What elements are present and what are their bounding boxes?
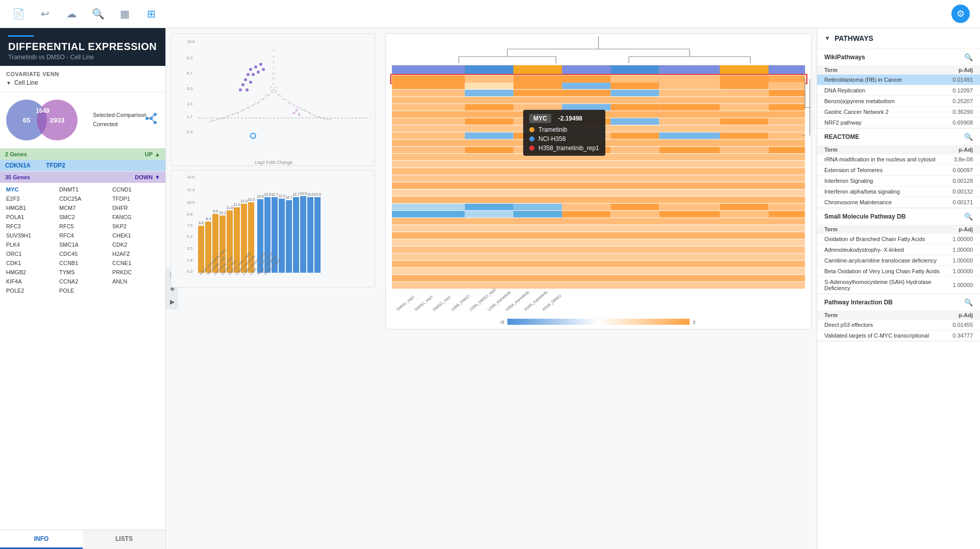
svg-rect-201 <box>392 111 805 117</box>
gene-cell[interactable]: ORC1 <box>3 249 56 258</box>
pathway-row[interactable]: Chromosome Maintenance 0.00171 <box>817 197 980 208</box>
pathway-row[interactable]: Direct p53 effectors 0.01455 <box>817 320 980 330</box>
search-zoom-icon[interactable]: 🔍 <box>90 6 106 22</box>
svg-text:5.3: 5.3 <box>187 234 193 239</box>
svg-point-79 <box>249 68 252 71</box>
gene-cell[interactable]: TFDP1 <box>109 194 162 203</box>
svg-text:12.7: 12.7 <box>271 193 278 196</box>
gene-cell[interactable]: DHFR <box>109 203 162 212</box>
gene-cell[interactable]: RFC5 <box>56 222 109 231</box>
svg-point-86 <box>244 78 247 81</box>
gene-cell[interactable]: DNMT1 <box>56 185 109 194</box>
gene-cell[interactable]: CCNB1 <box>56 258 109 268</box>
svg-point-37 <box>308 112 310 114</box>
gene-cell[interactable]: H2AFZ <box>109 249 162 258</box>
gene-cell[interactable]: RFC3 <box>3 222 56 231</box>
gene-cell[interactable] <box>109 286 162 295</box>
venn-diagram: 65 2933 1649 <box>6 97 88 143</box>
gene-cell[interactable]: FANCG <box>109 212 162 222</box>
pathway-row[interactable]: Interferon alpha/beta signaling 0.00132 <box>817 186 980 197</box>
gene-cell[interactable]: PLK4 <box>3 240 56 249</box>
gene-cell[interactable]: CDK2 <box>109 240 162 249</box>
svg-point-80 <box>252 73 255 76</box>
cloud-upload-icon[interactable]: ☁ <box>63 6 80 22</box>
svg-text:-5: -5 <box>500 320 505 325</box>
pathway-row[interactable]: NRF2 pathway 0.69908 <box>817 117 980 128</box>
gene-cell[interactable]: MCM7 <box>56 203 109 212</box>
pathway-row[interactable]: Beta Oxidation of Very Long Chain Fatty … <box>817 266 980 277</box>
svg-point-26 <box>252 104 254 106</box>
gene-cell[interactable]: POLE <box>56 286 109 295</box>
pathway-row[interactable]: Adrenoleukodystrophy- X-linked 1.00000 <box>817 245 980 255</box>
svg-point-46 <box>230 115 231 116</box>
gene-cell[interactable]: CDC25A <box>56 194 109 203</box>
svg-rect-170 <box>513 76 562 83</box>
gene-cell[interactable]: MYC <box>3 185 56 194</box>
pathway-row[interactable]: Extension of Telomeres 0.00097 <box>817 165 980 176</box>
pathway-row[interactable]: S-Adenosylhomocysteine (SAH) Hydrolase D… <box>817 277 980 294</box>
pathways-toggle[interactable]: ▼ <box>824 35 830 42</box>
reactome-search-icon[interactable]: 🔍 <box>964 133 973 141</box>
gene-cell[interactable]: CCNE1 <box>109 258 162 268</box>
venn-right-circle[interactable]: 2933 <box>37 100 78 140</box>
gene-cell[interactable]: KIF4A <box>3 277 56 286</box>
gene-cell[interactable]: POLA1 <box>3 212 56 222</box>
svg-point-55 <box>276 90 277 92</box>
pathway-row[interactable]: Benzo(a)pyrene metabolism 0.25207 <box>817 96 980 107</box>
gene-cell[interactable]: SUV39H1 <box>3 231 56 240</box>
wiki-search-icon[interactable]: 🔍 <box>964 53 973 61</box>
gene-cell[interactable]: SMC2 <box>56 212 109 222</box>
pidb-search-icon[interactable]: 🔍 <box>964 298 973 306</box>
gene-cell[interactable]: PRKDC <box>109 268 162 277</box>
svg-text:0.0: 0.0 <box>187 269 193 274</box>
smpdb-search-icon[interactable]: 🔍 <box>964 212 973 221</box>
svg-text:12.7: 12.7 <box>285 196 292 199</box>
svg-text:1.7: 1.7 <box>187 114 193 119</box>
settings-icon[interactable]: ⚙ <box>951 5 970 23</box>
gene-cell[interactable]: SKP2 <box>109 222 162 231</box>
gene-cell[interactable]: SMC1A <box>56 240 109 249</box>
svg-point-35 <box>298 107 300 109</box>
gene-cell[interactable]: CCND1 <box>109 185 162 194</box>
pathway-row[interactable]: rRNA modification in the nucleus and cyt… <box>817 154 980 165</box>
gene-cell[interactable]: CDC45 <box>56 249 109 258</box>
pathway-row[interactable]: Oxidation of Branched Chain Fatty Acids … <box>817 234 980 245</box>
pathway-row[interactable]: Carnitine-acylcarnitine translocase defi… <box>817 255 980 266</box>
svg-point-47 <box>235 113 236 114</box>
pathway-row[interactable]: Validated targets of C-MYC transcription… <box>817 330 980 341</box>
smpdb-section-header: Small Molecule Pathway DB 🔍 <box>817 208 980 225</box>
svg-line-5 <box>151 114 155 118</box>
file-icon[interactable]: 📄 <box>10 6 27 22</box>
grid-icon[interactable]: ⊞ <box>143 6 159 22</box>
gene-cell[interactable]: CHEK1 <box>109 231 162 240</box>
svg-point-83 <box>259 63 262 66</box>
gene-cell[interactable]: TYMS <box>56 268 109 277</box>
gene-cell[interactable]: CDK1 <box>3 258 56 268</box>
gene-cell[interactable]: HMGB1 <box>3 203 56 212</box>
wiki-table-header: Term p-Adj <box>817 65 980 75</box>
tab-lists[interactable]: LISTS <box>83 530 165 549</box>
venn-overlap[interactable]: 1649 <box>36 107 50 114</box>
gene-cell[interactable]: HMGB2 <box>3 268 56 277</box>
pidb-section-header: Pathway Interaction DB 🔍 <box>817 294 980 311</box>
covariate-item[interactable]: ▼ Cell Line <box>6 79 159 86</box>
table-icon[interactable]: ▦ <box>116 6 133 22</box>
network-icon[interactable] <box>143 110 159 130</box>
svg-text:9.0: 9.0 <box>213 209 218 213</box>
gene-cell[interactable]: POLE2 <box>3 286 56 295</box>
pathway-row[interactable]: Gastric Cancer Network 2 0.36290 <box>817 107 980 117</box>
pathway-row[interactable]: Interferon Signaling 0.00128 <box>817 176 980 186</box>
gene-cell[interactable]: CCNA2 <box>56 277 109 286</box>
gene-cell[interactable]: E2F3 <box>3 194 56 203</box>
pathway-row[interactable]: Retinoblastoma (RB) in Cancer 0.01491 <box>817 75 980 85</box>
undo-icon[interactable]: ↩ <box>37 6 53 22</box>
gene-cell[interactable]: RFC4 <box>56 231 109 240</box>
svg-point-51 <box>255 103 257 105</box>
pathway-row[interactable]: DNA Replication 0.12097 <box>817 85 980 96</box>
svg-point-84 <box>262 68 265 71</box>
gene-cell[interactable]: ANLN <box>109 277 162 286</box>
svg-rect-118 <box>300 196 306 273</box>
tab-info[interactable]: INFO <box>0 530 83 549</box>
up-gene-row[interactable]: CDKN1A TFDP2 <box>0 160 165 172</box>
svg-rect-259 <box>392 275 805 281</box>
